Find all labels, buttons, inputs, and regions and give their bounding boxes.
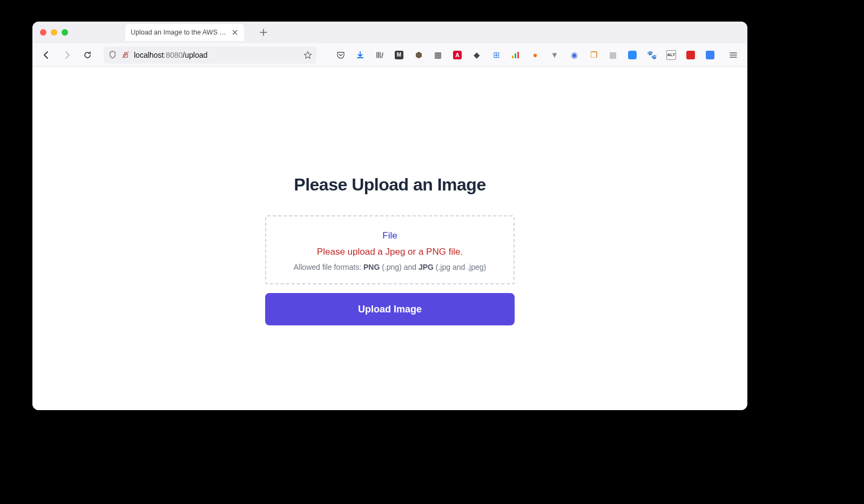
shield-icon[interactable] (108, 51, 117, 59)
svg-rect-1 (512, 56, 514, 58)
hint-format-png: PNG (363, 263, 380, 271)
ext-stack-icon[interactable]: ❐ (589, 50, 598, 60)
ext-bars-icon[interactable] (511, 50, 521, 60)
lock-strike-icon[interactable] (121, 51, 130, 59)
ext-grid5-icon[interactable]: ▦ (433, 50, 443, 60)
plus-icon (260, 29, 267, 36)
pocket-button[interactable] (336, 50, 346, 60)
svg-rect-2 (515, 53, 516, 58)
close-icon (232, 30, 238, 35)
url-path: /upload (183, 51, 207, 59)
url-port: :8080 (164, 51, 183, 59)
browser-tab[interactable]: Upload an Image to the AWS S3 Buc (125, 24, 244, 41)
hint-format-jpg: JPG (418, 263, 434, 271)
upload-button[interactable]: Upload Image (265, 293, 515, 325)
window-maximize-button[interactable] (62, 29, 68, 36)
browser-window: Upload an Image to the AWS S3 Buc (32, 22, 747, 410)
star-icon (303, 51, 312, 59)
hint-prefix: Allowed file formats: (294, 263, 363, 271)
downloads-button[interactable] (355, 50, 365, 60)
download-icon (356, 51, 364, 59)
back-button[interactable] (39, 47, 54, 63)
alt-text-icon[interactable]: ALT (666, 50, 676, 60)
ext-red-icon[interactable] (686, 50, 696, 60)
validation-error: Please upload a Jpeg or a PNG file. (276, 247, 504, 257)
page-heading: Please Upload an Image (294, 175, 485, 195)
back-icon (42, 51, 51, 59)
file-input-label[interactable]: File (276, 230, 504, 241)
window-close-button[interactable] (40, 29, 46, 36)
tab-bar: Upload an Image to the AWS S3 Buc (32, 22, 747, 43)
reload-icon (83, 51, 92, 59)
zoom-icon[interactable] (627, 50, 637, 60)
vue-icon[interactable]: ▼ (550, 50, 559, 60)
hint-ext-jpg: (.jpg and .jpeg) (434, 263, 486, 271)
url-host: localhost (134, 51, 164, 59)
library-icon (375, 51, 384, 59)
metamask-icon[interactable]: M (394, 50, 404, 60)
ext-grid-icon[interactable]: ▩ (608, 50, 618, 60)
reload-button[interactable] (80, 47, 95, 63)
ext-paw-icon[interactable]: 🐾 (647, 50, 657, 60)
window-controls (40, 29, 68, 36)
url-text: localhost:8080/upload (134, 51, 207, 59)
extension-bar: M ⬢ ▦ A ◆ ⊞ ● ▼ ◉ ❐ ▩ 🐾 ALT (336, 47, 741, 63)
window-minimize-button[interactable] (51, 29, 57, 36)
address-bar[interactable]: localhost:8080/upload (104, 46, 316, 64)
new-tab-button[interactable] (256, 25, 271, 40)
library-button[interactable] (375, 50, 384, 60)
hamburger-icon (729, 51, 738, 59)
format-hint: Allowed file formats: PNG (.png) and JPG… (276, 263, 504, 271)
ext-sun-icon[interactable]: ● (530, 50, 540, 60)
svg-rect-3 (517, 52, 519, 58)
ext-window-icon[interactable]: ⊞ (491, 50, 501, 60)
file-dropzone[interactable]: File Please upload a Jpeg or a PNG file.… (265, 215, 515, 284)
menu-button[interactable] (726, 47, 741, 63)
bookmark-button[interactable] (303, 51, 312, 59)
forward-icon (63, 51, 71, 59)
ext-rock-icon[interactable]: ⬢ (414, 50, 423, 60)
pocket-icon (336, 51, 345, 59)
hint-ext-png: (.png) and (380, 263, 418, 271)
page-content: Please Upload an Image File Please uploa… (32, 67, 747, 410)
tab-title: Upload an Image to the AWS S3 Buc (131, 29, 227, 36)
forward-button[interactable] (59, 47, 75, 63)
ext-blue-icon[interactable] (705, 50, 715, 60)
tab-close-button[interactable] (231, 29, 239, 36)
ext-cube-icon[interactable]: ◆ (472, 50, 482, 60)
browser-toolbar: localhost:8080/upload M ⬢ ▦ A ◆ ⊞ (32, 43, 747, 67)
angular-icon[interactable]: A (453, 50, 462, 60)
ext-globe-icon[interactable]: ◉ (569, 50, 579, 60)
